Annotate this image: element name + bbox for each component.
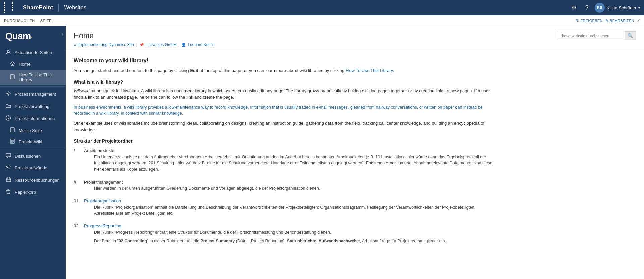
bold-statusberichte: Statusberichte: [287, 239, 316, 243]
sidebar-item-aktualisierte-seiten[interactable]: Aktualisierte Seiten: [0, 46, 66, 59]
list-num-2: II: [74, 179, 80, 194]
svg-point-8: [8, 117, 9, 117]
sidebar-item-how-to-use[interactable]: How To Use This Library: [0, 70, 66, 85]
list-item-4: 02 Progress Reporting Die Rubrik "Progre…: [74, 223, 494, 247]
second-bar: DURCHSUCHEN SEITE ↻ FREIGEBEN ✎ BEARBEIT…: [0, 15, 644, 26]
trash-icon: [5, 189, 11, 195]
list-label-3-link[interactable]: Projektorganisation: [84, 198, 121, 203]
page-title: Home: [74, 31, 94, 40]
breadcrumb-link-3[interactable]: 👤 Leonard Köchli: [181, 42, 214, 47]
struktur-list: I Arbeitsprodukte Ein Unterverzeichnis j…: [74, 147, 494, 247]
sidebar-item-projektinformationen[interactable]: Projektinformationen: [0, 112, 66, 125]
sidebar-logo-dot: ·: [31, 32, 33, 41]
sidebar-item-home[interactable]: Home: [0, 59, 66, 70]
person-icon: 👤: [181, 43, 186, 47]
sidebar-item-ressourcenbuchungen[interactable]: Ressourcenbuchungen: [0, 174, 66, 186]
content-header: Home 🔍 ≡ Implementierung Dynamics 365 | …: [66, 26, 644, 50]
freigeben-button[interactable]: ↻ FREIGEBEN: [576, 18, 603, 23]
sidebar-label-meine-seite: Meine Seite: [19, 128, 42, 133]
sidebar-label-diskussionen: Diskussionen: [15, 154, 41, 159]
pin-icon: 📌: [139, 43, 144, 47]
welcome-text-pre: You can get started and add content to t…: [74, 68, 190, 73]
welcome-text-end: .: [393, 68, 394, 73]
list-indented-2: Hier werden in der unten ausgeführten Gl…: [94, 185, 320, 192]
what-heading: What is a wiki library?: [74, 79, 494, 86]
list-icon: ≡: [74, 42, 76, 47]
list-item-2: II Projektmanagement Hier werden in der …: [74, 179, 494, 194]
settings-icon[interactable]: ⚙: [569, 3, 579, 13]
struktur-heading: Struktur der Projektordner: [74, 138, 494, 145]
sidebar-item-prozessmanagement[interactable]: Prozessmanagement: [0, 88, 66, 100]
chat-icon: [5, 153, 11, 159]
list-indented-3: Die Rubrik "Projektorganisation" enthält…: [94, 204, 494, 217]
what-text1: means quick in Hawaiian. A wiki library …: [74, 88, 490, 100]
sidebar-item-projektaufwaende[interactable]: Projektaufwände: [0, 162, 66, 174]
top-bar: SharePoint Websites ⚙ ? KS Kilian Schröd…: [0, 0, 644, 15]
refresh-icon: ↻: [576, 18, 579, 23]
search-button[interactable]: 🔍: [625, 31, 636, 40]
sidebar-label-ressourcenbuchungen: Ressourcenbuchungen: [15, 178, 60, 183]
meine-seite-icon: [9, 127, 15, 133]
nav-durchsuchen[interactable]: DURCHSUCHEN: [4, 19, 35, 23]
sidebar-nav: Aktualisierte Seiten Home: [0, 45, 66, 279]
svg-rect-18: [6, 178, 11, 182]
nav-seite[interactable]: SEITE: [40, 19, 52, 23]
list-label-4-link[interactable]: Progress Reporting: [84, 223, 121, 228]
top-divider: [58, 4, 59, 12]
wiki-content: Welcome to your wiki library! You can ge…: [66, 50, 502, 257]
svg-point-16: [7, 166, 8, 168]
sidebar-label-projektinformationen: Projektinformationen: [15, 116, 55, 121]
breadcrumb-separator: |: [136, 42, 137, 47]
sidebar-label-home: Home: [19, 62, 31, 67]
wikiwiki-italic: Wikiwiki: [74, 88, 89, 93]
welcome-bold: Edit: [190, 68, 198, 73]
breadcrumb-link-2[interactable]: 📌 Lintra plus GmbH: [139, 42, 176, 47]
svg-point-5: [8, 93, 9, 95]
search-input[interactable]: [558, 32, 625, 40]
list-item-1: I Arbeitsprodukte Ein Unterverzeichnis j…: [74, 147, 494, 176]
list-num-3: 01: [74, 198, 80, 219]
app-grid-icon[interactable]: [4, 2, 18, 13]
list-content-1: Arbeitsprodukte Ein Unterverzeichnis je …: [84, 147, 494, 176]
welcome-paragraph: You can get started and add content to t…: [74, 67, 494, 74]
sidebar-logo-text: Quam: [5, 31, 31, 41]
welcome-heading: Welcome to your wiki library!: [74, 57, 494, 65]
sidebar-item-meine-seite[interactable]: Meine Seite: [0, 125, 66, 136]
sidebar-collapse-button[interactable]: ‹: [61, 31, 63, 37]
sidebar-item-projektverwaltung[interactable]: Projektverwaltung: [0, 100, 66, 112]
sidebar-label-papierkorb: Papierkorb: [15, 190, 36, 195]
list-label-2: Projektmanagement: [84, 180, 123, 185]
user-menu[interactable]: KS Kilian Schröder ▾: [595, 3, 640, 13]
page-icon: [9, 74, 15, 80]
bearbeiten-button[interactable]: ✎ BEARBEITEN: [605, 18, 634, 23]
sidebar-item-diskussionen[interactable]: Diskussionen: [0, 150, 66, 162]
bold-aufwandsnachweise: Aufwandsnachweise: [319, 239, 360, 243]
help-icon[interactable]: ?: [583, 3, 591, 13]
home-icon: [9, 61, 15, 67]
welcome-text-mid: at the top of this page, or you can lear…: [198, 68, 346, 73]
header-top-row: Home 🔍: [74, 31, 636, 42]
breadcrumb-link-1[interactable]: ≡ Implementierung Dynamics 365: [74, 42, 134, 47]
user-circle-icon: [5, 49, 11, 56]
sidebar-label-projektverwaltung: Projektverwaltung: [15, 104, 49, 109]
how-to-use-link[interactable]: How To Use This Library: [346, 68, 393, 73]
sidebar-item-projekt-wiki[interactable]: Projekt-Wiki: [0, 136, 66, 147]
sidebar-logo-area: Quam·: [0, 26, 66, 45]
sidebar-label-prozessmanagement: Prozessmanagement: [15, 92, 56, 97]
sidebar-label-how-to-use: How To Use This Library: [19, 72, 60, 82]
edit-icon: ✎: [605, 18, 609, 23]
list-label-1: Arbeitsprodukte: [84, 148, 114, 153]
list-content-3: Projektorganisation Die Rubrik "Projekto…: [84, 198, 494, 219]
breadcrumb: ≡ Implementierung Dynamics 365 | 📌 Lintr…: [74, 42, 636, 47]
sidebar-divider-1: [0, 86, 66, 87]
expand-button[interactable]: ⤢: [637, 18, 640, 23]
search-area: 🔍: [558, 31, 636, 40]
what-text2: In business environments, a wiki library…: [74, 105, 483, 116]
list-content-4: Progress Reporting Die Rubrik "Progress …: [84, 223, 446, 247]
svg-point-17: [9, 166, 10, 167]
info-icon: [5, 115, 11, 122]
list-content-2: Projektmanagement Hier werden in der unt…: [84, 179, 320, 194]
sidebar-item-papierkorb[interactable]: Papierkorb: [0, 186, 66, 198]
sharepoint-logo: SharePoint: [23, 5, 53, 11]
site-name[interactable]: Websites: [64, 5, 86, 11]
